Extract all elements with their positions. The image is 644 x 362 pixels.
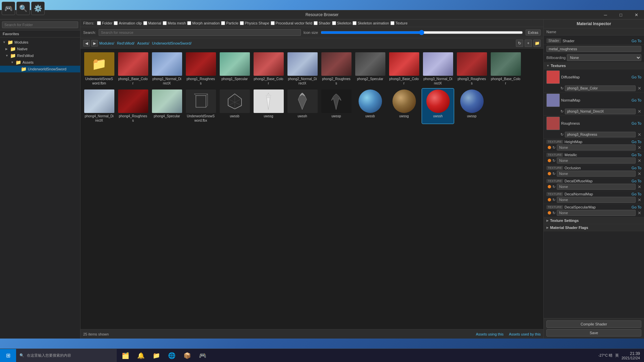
breadcrumb-redsmod[interactable]: Red'sMod/ — [117, 41, 135, 45]
filter-morph-animation-checkbox[interactable] — [187, 21, 191, 25]
occlusion-goto[interactable]: Go To — [632, 166, 641, 170]
sidebar-item-assets[interactable]: ▼ 📁 Assets — [0, 59, 80, 66]
texture-roughness-refresh[interactable]: ↻ — [560, 132, 564, 137]
decal-specular-refresh[interactable]: ↻ — [552, 211, 555, 215]
asset-item-uwssg-sphere[interactable]: uwssg — [388, 88, 420, 124]
asset-item-folder[interactable]: 📁 UnderworldSnowSword.fbm — [83, 51, 115, 86]
asset-item-phong4-normal[interactable]: phong4_Normal_DirectX — [83, 88, 115, 124]
close-button[interactable]: ✕ — [629, 10, 644, 19]
asset-item-phong3-rough[interactable]: phong3_Roughness — [456, 51, 488, 86]
asset-item-phong1-spec[interactable]: phong1_Specular — [219, 51, 251, 86]
metallic-refresh[interactable]: ↻ — [552, 159, 555, 163]
asset-item-uwssh-model[interactable]: uwssh — [286, 88, 318, 124]
metallic-clear[interactable]: ✕ — [638, 158, 641, 163]
asset-item-phong2-spec[interactable]: phong2_Specular — [354, 51, 386, 86]
filter-shader-checkbox[interactable] — [314, 21, 318, 25]
texture-settings-header[interactable]: ▶ Texture Settings — [544, 217, 644, 224]
filter-texture[interactable]: Texture — [390, 21, 408, 25]
filter-physics-shape[interactable]: Physics Shape — [240, 21, 269, 25]
assets-used-by-this[interactable]: Assets used by this — [509, 332, 541, 336]
filter-texture-checkbox[interactable] — [390, 21, 394, 25]
texture-roughness-clear[interactable]: ✕ — [638, 132, 641, 137]
asset-item-phong4-spec[interactable]: phong4_Specular — [151, 88, 183, 124]
texture-diffuse-clear[interactable]: ✕ — [638, 86, 641, 91]
decal-normal-clear[interactable]: ✕ — [638, 197, 641, 202]
asset-item-uwssg-model[interactable]: uwssg — [253, 88, 284, 124]
folder-button[interactable]: 📁 — [533, 40, 541, 47]
heightmap-refresh[interactable]: ↻ — [552, 145, 555, 150]
texture-roughness-goto[interactable]: Go To — [632, 121, 641, 125]
taskbar-app-4[interactable]: 🌐 — [164, 350, 179, 362]
app-icon-3[interactable]: ⚙️ — [31, 2, 45, 15]
texture-normal-goto[interactable]: Go To — [632, 98, 641, 102]
filter-meta-mesh-checkbox[interactable] — [163, 21, 167, 25]
filter-meta-mesh[interactable]: Meta mesh — [163, 21, 186, 25]
search-for-folder-input[interactable] — [2, 21, 78, 28]
asset-item-uwssp-sphere[interactable]: uwssp — [456, 88, 488, 124]
start-button[interactable]: ⊞ — [0, 349, 16, 362]
sidebar-item-native[interactable]: ▶ 📁 Native — [0, 46, 80, 52]
app-icon-2[interactable]: 🔍 — [16, 2, 30, 15]
assets-using-this[interactable]: Assets using this — [476, 332, 504, 336]
decal-normal-goto[interactable]: Go To — [632, 192, 641, 196]
back-button[interactable]: ◀ — [83, 40, 90, 47]
asset-item-phong3-base[interactable]: phong3_Base_Color — [388, 51, 420, 86]
filter-skeleton[interactable]: Skeleton — [332, 21, 352, 25]
add-button[interactable]: + — [525, 40, 532, 47]
filter-material[interactable]: Material — [143, 21, 161, 25]
asset-item-phong1-normal[interactable]: phong1_Normal_DirectX — [151, 51, 183, 86]
app-icon-1[interactable]: 🎮 — [2, 2, 15, 15]
asset-item-uwssp-model[interactable]: uwssp — [320, 88, 352, 124]
filter-shader[interactable]: Shader — [314, 21, 330, 25]
sidebar-item-redsmod[interactable]: ▼ 📁 Red'sMod — [0, 52, 80, 59]
asset-item-phong4-rough[interactable]: phong4_Roughness — [117, 88, 149, 124]
decal-normal-refresh[interactable]: ↻ — [552, 198, 555, 202]
decal-diffuse-goto[interactable]: Go To — [632, 179, 641, 183]
save-button[interactable]: Save — [546, 329, 641, 337]
metallic-goto[interactable]: Go To — [632, 153, 641, 157]
asset-item-uwssb-model[interactable]: uwssb — [219, 88, 251, 124]
minimize-button[interactable]: ─ — [598, 10, 613, 19]
occlusion-refresh[interactable]: ↻ — [552, 172, 555, 176]
filter-skeleton-animation[interactable]: Skeleton animation — [353, 21, 389, 25]
filter-procedural[interactable]: Procedural vector field — [271, 21, 312, 25]
filter-morph-animation[interactable]: Morph animation — [187, 21, 220, 25]
icon-size-slider[interactable] — [321, 28, 523, 37]
refresh-button[interactable]: ↻ — [516, 40, 523, 47]
asset-item-phong1-rough[interactable]: phong1_Roughness — [185, 51, 217, 86]
sidebar-item-underworld[interactable]: 📁 UnderworldSnowSword — [0, 66, 80, 72]
breadcrumb-assets[interactable]: Assets/ — [137, 41, 149, 45]
asset-item-phong2-base[interactable]: phong2_Base_Color — [253, 51, 284, 86]
asset-item-phong3-normal[interactable]: phong3_Normal_DirectX — [422, 51, 454, 86]
filter-folder-checkbox[interactable] — [97, 21, 101, 25]
billboard-select[interactable]: None — [567, 54, 641, 61]
asset-item-phong1-base[interactable]: phong1_Base_Color — [117, 51, 149, 86]
asset-item-uwssb-sphere[interactable]: uwssb — [354, 88, 386, 124]
search-resource-input[interactable] — [99, 29, 301, 36]
filter-particle[interactable]: Particle — [221, 21, 238, 25]
filter-particle-checkbox[interactable] — [221, 21, 225, 25]
heightmap-goto[interactable]: Go To — [632, 140, 641, 144]
material-shader-flags-header[interactable]: ▶ Material Shader Flags — [544, 224, 644, 231]
taskbar-app-2[interactable]: 🔔 — [133, 350, 148, 362]
taskbar-app-1[interactable]: 🗂️ — [118, 350, 133, 362]
taskbar-app-5[interactable]: 📦 — [180, 350, 195, 362]
maximize-button[interactable]: □ — [613, 10, 629, 19]
taskbar-app-3[interactable]: 📁 — [149, 350, 164, 362]
asset-item-underworld-fbx[interactable]: UnderworldSnowSword.fbx — [185, 88, 217, 124]
heightmap-clear[interactable]: ✕ — [638, 145, 641, 150]
taskbar-app-6[interactable]: 🎮 — [195, 350, 210, 362]
filter-skeleton-animation-checkbox[interactable] — [353, 21, 357, 25]
filter-skeleton-checkbox[interactable] — [332, 21, 336, 25]
filter-physics-shape-checkbox[interactable] — [240, 21, 244, 25]
texture-normal-clear[interactable]: ✕ — [638, 109, 641, 114]
extras-button[interactable]: Extras — [526, 29, 541, 36]
textures-section-header[interactable]: ▼ Textures — [544, 62, 644, 69]
breadcrumb-underworld[interactable]: UnderworldSnowSword/ — [152, 41, 192, 45]
asset-item-phong2-normal[interactable]: phong2_Normal_DirectX — [286, 51, 318, 86]
filter-animation-clip[interactable]: Animation clip — [114, 21, 142, 25]
decal-specular-goto[interactable]: Go To — [632, 205, 641, 209]
compile-shader-button[interactable]: Compile Shader — [546, 320, 641, 328]
occlusion-clear[interactable]: ✕ — [638, 171, 641, 176]
filter-animation-clip-checkbox[interactable] — [114, 21, 118, 25]
